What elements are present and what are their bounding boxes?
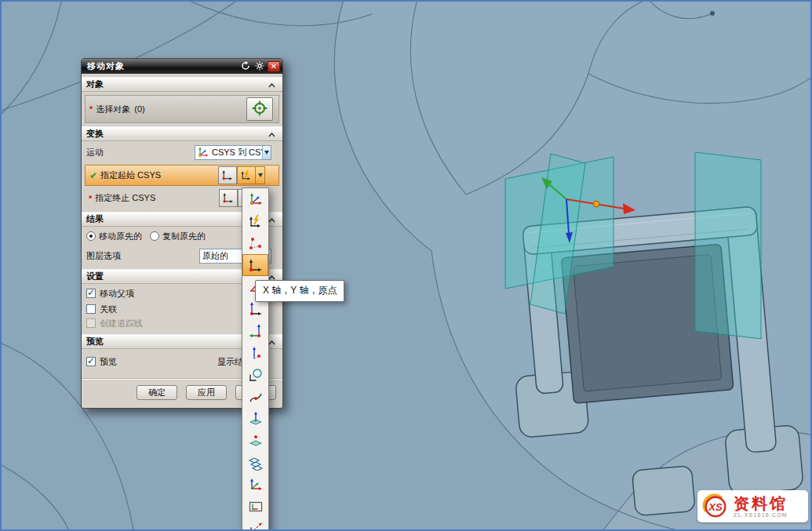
csys-dialog-button-end[interactable] bbox=[219, 189, 238, 207]
csys-icon bbox=[222, 191, 235, 205]
chevron-up-icon bbox=[268, 215, 275, 224]
select-object-label: 选择对象 bbox=[96, 104, 130, 115]
checkbox-create-trace bbox=[86, 318, 96, 328]
tooltip: X 轴，Y 轴，原点 bbox=[255, 280, 344, 302]
specify-start-csys-row[interactable]: ✔ 指定起始 CSYS bbox=[85, 165, 279, 186]
chevron-down-icon bbox=[264, 151, 269, 155]
section-header-object[interactable]: 对象 bbox=[82, 77, 282, 92]
flyout-item-plane-and-vector[interactable] bbox=[242, 408, 268, 430]
flyout-item-xaxis-yaxis-origin[interactable] bbox=[242, 254, 268, 276]
specify-start-label: 指定起始 CSYS bbox=[100, 169, 161, 181]
reset-icon bbox=[241, 61, 250, 72]
check-icon: ✔ bbox=[89, 170, 97, 181]
flyout-item-offset-csys[interactable] bbox=[242, 518, 268, 531]
watermark: XS 资料馆 ZL.XS1616.COM bbox=[697, 490, 808, 522]
watermark-logo-icon: XS bbox=[702, 493, 729, 520]
flyout-item-absolute-csys[interactable] bbox=[242, 474, 268, 496]
application-window: 移动对象 ✕ 对象 * 选择对象 (0) bbox=[0, 0, 812, 531]
csys-dialog-button-start[interactable] bbox=[218, 166, 237, 184]
chevron-down-icon bbox=[258, 173, 263, 177]
dialog-titlebar[interactable]: 移动对象 ✕ bbox=[82, 59, 282, 74]
flyout-item-object-csys[interactable] bbox=[242, 364, 268, 386]
inferred-csys-icon bbox=[240, 169, 253, 183]
select-target-icon bbox=[251, 100, 268, 118]
ok-button[interactable]: 确定 bbox=[137, 385, 177, 400]
radio-move-original[interactable] bbox=[86, 231, 96, 241]
checkbox-preview[interactable] bbox=[86, 357, 96, 366]
motion-label: 运动 bbox=[86, 147, 104, 158]
flyout-item-three-planes[interactable] bbox=[242, 452, 268, 474]
csys-icon bbox=[221, 169, 234, 183]
flyout-item-plane-xaxis-point[interactable] bbox=[242, 430, 268, 452]
dialog-settings-button[interactable] bbox=[253, 61, 266, 72]
motion-dropdown-button[interactable] bbox=[262, 146, 271, 159]
show-result-label: 显示结 bbox=[217, 356, 243, 368]
datum-plane-right[interactable] bbox=[695, 152, 761, 339]
checkbox-association[interactable] bbox=[86, 304, 96, 314]
radio-copy-original[interactable] bbox=[150, 231, 159, 241]
csys-type-dropdown-start[interactable] bbox=[256, 166, 265, 184]
flyout-item-origin-xpoint-ypoint[interactable] bbox=[242, 232, 268, 254]
frame-front-foot bbox=[632, 465, 695, 515]
motion-value: CSYS 到 CSY bbox=[209, 147, 262, 158]
apply-button[interactable]: 应用 bbox=[186, 385, 227, 400]
layer-option-label: 图层选项 bbox=[86, 250, 121, 262]
specify-end-label: 指定终止 CSYS bbox=[95, 192, 155, 204]
required-asterisk: * bbox=[89, 104, 93, 114]
checkbox-move-parent[interactable] bbox=[86, 289, 96, 298]
svg-text:XS: XS bbox=[708, 500, 723, 512]
chevron-up-icon bbox=[268, 80, 275, 89]
flyout-item-dynamic-csys[interactable] bbox=[242, 188, 268, 210]
flyout-item-current-view-csys[interactable] bbox=[242, 496, 268, 518]
collapse-transform-button[interactable] bbox=[266, 129, 278, 139]
checkbox-preview-label: 预览 bbox=[100, 356, 117, 368]
flyout-item-zaxis-xpoint[interactable] bbox=[242, 342, 268, 364]
close-icon: ✕ bbox=[271, 63, 277, 71]
flyout-item-inferred-csys[interactable] bbox=[242, 210, 268, 232]
origin-handle[interactable] bbox=[593, 201, 599, 207]
motion-combobox[interactable]: CSYS 到 CSY bbox=[195, 145, 271, 160]
chevron-up-icon bbox=[268, 129, 275, 139]
flyout-item-point-perpendicular-curve[interactable] bbox=[242, 386, 268, 408]
gear-icon bbox=[255, 61, 264, 72]
csys-type-button-start[interactable] bbox=[237, 166, 256, 184]
watermark-brand: 资料馆 bbox=[734, 496, 788, 512]
watermark-site: ZL.XS1616.COM bbox=[734, 512, 788, 518]
checkbox-association-label: 关联 bbox=[100, 304, 117, 315]
section-header-transform[interactable]: 变换 bbox=[82, 126, 282, 141]
flyout-item-zaxis-yaxis-origin[interactable] bbox=[242, 320, 268, 342]
csys-flyout-list bbox=[242, 188, 268, 531]
checkbox-move-parent-label: 移动父项 bbox=[100, 288, 134, 300]
radio-move-original-label: 移动原先的 bbox=[99, 231, 142, 242]
dialog-title: 移动对象 bbox=[87, 60, 238, 72]
close-button[interactable]: ✕ bbox=[268, 61, 280, 72]
collapse-object-button[interactable] bbox=[266, 79, 278, 89]
csys-flyout bbox=[242, 187, 269, 531]
select-object-button[interactable] bbox=[246, 97, 273, 121]
reset-button[interactable] bbox=[239, 61, 252, 72]
required-asterisk: * bbox=[89, 194, 92, 203]
checkbox-create-trace-label: 创建追踪线 bbox=[100, 318, 143, 329]
motion-row: 运动 CSYS 到 CSY bbox=[82, 141, 282, 163]
radio-copy-original-label: 复制原先的 bbox=[162, 231, 206, 242]
chevron-up-icon bbox=[268, 337, 275, 347]
csys-to-csys-icon bbox=[195, 146, 209, 158]
select-object-count: (0) bbox=[134, 104, 144, 114]
select-object-row[interactable]: * 选择对象 (0) bbox=[85, 95, 279, 123]
